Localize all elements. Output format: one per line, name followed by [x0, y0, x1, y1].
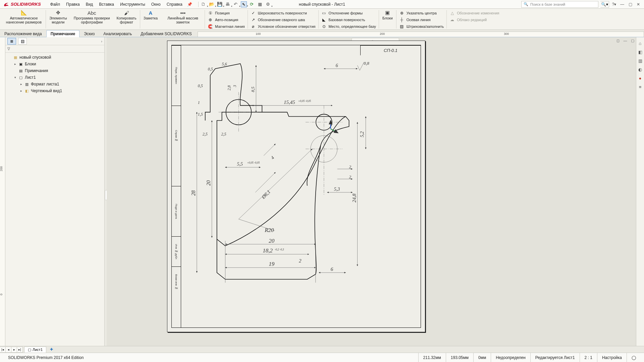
prev-sheet-icon[interactable]: ◂	[5, 347, 11, 353]
explorer-icon[interactable]: ◐	[637, 66, 644, 73]
horizontal-ruler: 100 200 300	[198, 32, 644, 37]
resources-icon[interactable]: ◧	[637, 49, 644, 55]
vruler-0: 0	[0, 294, 3, 295]
cmd-blocks[interactable]: ▣ Блоки	[379, 9, 396, 29]
cmd-balloon[interactable]: ①Позиция	[208, 10, 245, 16]
cmd-datum-target[interactable]: ⊙Место, определяющее базу	[321, 23, 376, 29]
fm-tab-prop-icon[interactable]: ▤	[18, 38, 27, 45]
cmd-model-items[interactable]: ✥ Элементы модели	[46, 9, 70, 29]
sheet-tab-1[interactable]: ▢ Лист1	[24, 347, 46, 353]
mdi-min-icon[interactable]: —	[623, 38, 628, 43]
status-customize[interactable]: Настройка	[597, 353, 627, 362]
add-sheet-icon[interactable]: ✚	[48, 347, 54, 353]
blocks-icon: ▣	[385, 10, 390, 16]
dim-15: 1,5	[198, 112, 203, 117]
dim-248: 24,8	[352, 193, 357, 202]
graphics-area[interactable]: ⌕ ▣ ↺ ◐ ▦ 👁 ◻ — ▢ ✕ СП-0.1 Перв. примен …	[107, 37, 644, 353]
vruler-200: 200	[0, 166, 3, 171]
tree-blocks[interactable]: ▸▣Блоки	[6, 61, 104, 67]
tree-sheet[interactable]: ▾▢Лист1	[6, 74, 104, 81]
next-sheet-icon[interactable]: ▸	[11, 347, 17, 353]
cmd-magnetic-line[interactable]: 🧲Магнитная линия	[208, 23, 245, 29]
new-icon[interactable]: 🗋	[201, 1, 207, 7]
menu-edit[interactable]: Правка	[63, 1, 83, 8]
fm-filter[interactable]: ∇	[5, 45, 104, 53]
cmd-datum-feature[interactable]: ◣Базовая поверхность	[321, 17, 376, 23]
fm-tab-header: ≣ ▤ ›	[5, 37, 104, 45]
cmd-center-mark[interactable]: ⊕Указатель центра	[399, 10, 444, 16]
dim-182: 18,2	[263, 247, 273, 254]
rev-cloud-icon: ☁	[449, 17, 455, 22]
tree-drawing-view[interactable]: ▸◧Чертежный вид1	[6, 87, 104, 94]
open-icon[interactable]: 📂	[209, 1, 215, 7]
status-alert-icon[interactable]: ◯	[627, 353, 641, 362]
tab-addins[interactable]: Добавления SOLIDWORKS	[136, 30, 196, 37]
cmd-note[interactable]: A Заметка	[140, 9, 161, 29]
tab-evaluate[interactable]: Анализировать	[99, 30, 136, 37]
cmd-auto-balloon[interactable]: ⊕Авто-позиция	[208, 17, 245, 23]
annotations-icon: ▤	[18, 68, 23, 73]
sheet-border: СП-0.1 Перв. примен Справ № Подп и дата …	[171, 45, 421, 328]
tab-sketch[interactable]: Эскиз	[79, 30, 99, 37]
menu-window[interactable]: Окно	[149, 1, 163, 8]
status-zoom[interactable]: 2 : 1	[580, 353, 597, 362]
cmd-hole-callout[interactable]: ⌀Условное обозначение отверстия	[251, 23, 316, 29]
menu-tools[interactable]: Инструменты	[117, 1, 148, 8]
weld-icon: ↗	[251, 17, 256, 22]
cmd-weld-symbol[interactable]: ↗Обозначение сварного шва	[251, 17, 316, 23]
vertical-ruler: 0 200	[0, 37, 5, 353]
cmd-surface-finish[interactable]: ✓Шероховатость поверхности	[251, 10, 316, 16]
status-bar: SOLIDWORKS Premium 2017 x64 Edition 211.…	[0, 353, 644, 362]
dim-3: 3	[232, 85, 237, 87]
settings-icon[interactable]: ⚙	[265, 1, 271, 7]
tree-root[interactable]: ▦новый спусковой	[6, 54, 104, 61]
fm-tab-tree-icon[interactable]: ≣	[7, 38, 16, 45]
cmd-geometric-tolerance[interactable]: ▭Отклонение формы	[321, 10, 376, 16]
help-icon[interactable]: ?▾	[611, 1, 617, 7]
status-edition: SOLIDWORKS Premium 2017 x64 Edition	[3, 353, 88, 362]
cmd-spell-check[interactable]: Abc Программа проверки орфографии	[70, 9, 113, 29]
tab-view-layout[interactable]: Расположение вида	[0, 30, 46, 37]
custom-props-icon[interactable]: ≡	[637, 83, 644, 90]
sheet-tab-icon: ▢	[28, 348, 31, 352]
dim-56: 5,6	[222, 62, 227, 66]
tab-annotation[interactable]: Примечание	[46, 30, 80, 37]
menu-view[interactable]: Вид	[83, 1, 96, 8]
home-icon[interactable]: ⌂	[637, 40, 644, 47]
options-icon[interactable]: ▦	[257, 1, 263, 7]
main-area: 0 200 ≣ ▤ › ∇ ▦новый спусковой ▸▣Блоки ▤…	[0, 37, 644, 353]
library-icon[interactable]: ▥	[637, 57, 644, 64]
last-sheet-icon[interactable]: ▸|	[17, 347, 23, 353]
save-icon[interactable]: 💾	[217, 1, 223, 7]
select-icon[interactable]: ⬉	[241, 1, 247, 7]
appearances-icon[interactable]: ●	[637, 75, 644, 81]
tree-annotations[interactable]: ▤Примечания	[6, 67, 104, 74]
fm-expand-icon[interactable]: ›	[101, 39, 102, 43]
geotol-icon: ▭	[321, 10, 327, 16]
cmd-format-painter[interactable]: 🖌 Копировать формат	[113, 9, 140, 29]
menu-insert[interactable]: Вставка	[96, 1, 117, 8]
menu-file[interactable]: Файл	[48, 1, 63, 8]
minimize-icon[interactable]: —	[619, 1, 625, 7]
search-input[interactable]: 🔍 Поиск в базе знаний	[521, 1, 598, 8]
close-icon[interactable]: ✕	[635, 1, 641, 7]
search-dropdown[interactable]: 🔍▾	[600, 1, 609, 8]
print-icon[interactable]: 🖶	[225, 1, 231, 7]
cmd-linear-note-pattern[interactable]: ▪▪▪ Линейный массив заметок	[161, 9, 205, 29]
cmd-smart-dimension[interactable]: 📐 Автоматическое нанесение размеров	[2, 9, 46, 29]
tree-sheet-format[interactable]: ▸▥Формат листа1	[6, 81, 104, 87]
pin-icon[interactable]: 📌	[187, 2, 192, 7]
mdi-max-icon[interactable]: ▢	[630, 38, 635, 43]
cmd-area-hatch[interactable]: ▨Штриховка/заполнить	[399, 23, 444, 29]
dim-25b: 2,5	[221, 132, 226, 136]
cmd-centerline[interactable]: ┼Осевая линия	[399, 17, 444, 23]
rebuild-icon[interactable]: ⟳	[249, 1, 255, 7]
spellcheck-icon: Abc	[88, 10, 96, 16]
undo-icon[interactable]: ↶	[233, 1, 239, 7]
restore-icon[interactable]: ▢	[627, 1, 633, 7]
first-sheet-icon[interactable]: |◂	[0, 347, 6, 353]
menu-help[interactable]: Справка	[164, 1, 185, 8]
mdi-float-icon[interactable]: ◻	[615, 38, 621, 43]
dim-25a: 2,5	[203, 132, 208, 136]
ruler-label-300: 300	[504, 32, 509, 36]
